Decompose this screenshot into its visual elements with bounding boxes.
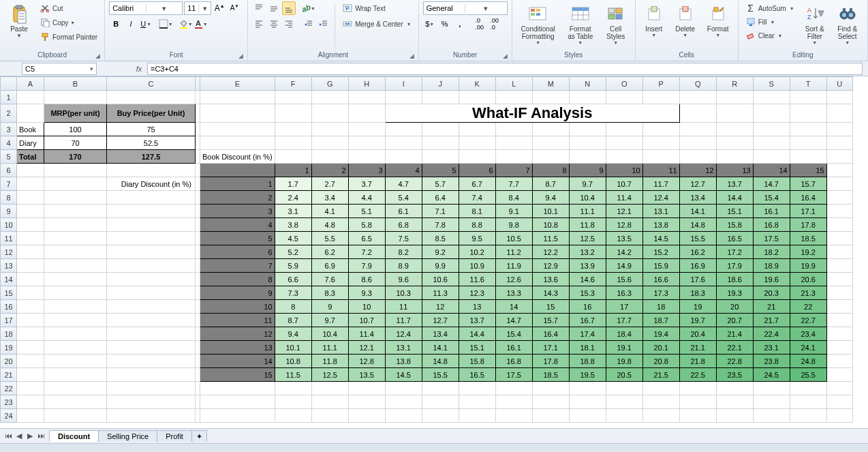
cell-T23[interactable] <box>790 395 826 409</box>
col-header-A[interactable]: A <box>17 77 44 91</box>
cell-7[interactable] <box>196 177 200 191</box>
cell-S10[interactable]: 16.8 <box>753 218 790 232</box>
cell-M7[interactable]: 8.7 <box>532 177 569 191</box>
cell-Q22[interactable] <box>679 382 716 395</box>
cell-R4[interactable] <box>716 136 753 150</box>
sheet-tab-profit[interactable]: Profit <box>157 430 192 442</box>
col-header-C[interactable]: C <box>107 77 196 91</box>
cell-19[interactable] <box>196 341 200 355</box>
cell-R20[interactable]: 22.8 <box>716 355 753 368</box>
cell-E2[interactable] <box>200 104 275 123</box>
cell-M3[interactable] <box>532 123 569 136</box>
cell-S9[interactable]: 16.1 <box>753 205 790 218</box>
insert-button[interactable]: Insert▼ <box>640 1 668 50</box>
cell-L3[interactable] <box>495 123 532 136</box>
cell-J22[interactable] <box>422 382 459 395</box>
cell-P20[interactable]: 20.8 <box>642 355 679 368</box>
select-all-corner[interactable] <box>1 77 17 91</box>
cell-Q12[interactable]: 16.2 <box>679 245 716 259</box>
row-header-16[interactable]: 16 <box>1 300 17 314</box>
cell-U1[interactable] <box>826 91 852 104</box>
cell-Q9[interactable]: 14.1 <box>679 205 716 218</box>
cell-U24[interactable] <box>826 409 852 423</box>
cell-G17[interactable]: 9.7 <box>311 314 348 327</box>
cell-E10[interactable]: 4 <box>200 218 275 232</box>
cell-P14[interactable]: 16.6 <box>642 273 679 286</box>
cell-U8[interactable] <box>826 191 852 205</box>
cell-F1[interactable] <box>275 91 311 104</box>
decrease-indent-button[interactable] <box>302 17 315 31</box>
currency-button[interactable]: $▼ <box>423 17 437 31</box>
cell-K6[interactable]: 6 <box>459 164 495 177</box>
cell-F20[interactable]: 10.8 <box>275 355 311 368</box>
cell-E20[interactable]: 14 <box>200 355 275 368</box>
cell-E18[interactable]: 12 <box>200 327 275 341</box>
cell-H1[interactable] <box>348 91 385 104</box>
row-header-18[interactable]: 18 <box>1 327 17 341</box>
col-header-E[interactable]: E <box>200 77 275 91</box>
cell-L24[interactable] <box>495 409 532 423</box>
cell-P16[interactable]: 18 <box>642 300 679 314</box>
cell-A9[interactable] <box>17 205 44 218</box>
comma-button[interactable]: , <box>453 17 467 31</box>
row-header-15[interactable]: 15 <box>1 286 17 300</box>
cell-B1[interactable] <box>44 91 107 104</box>
cell-F4[interactable] <box>275 136 311 150</box>
cell-O23[interactable] <box>606 395 642 409</box>
cell-L23[interactable] <box>495 395 532 409</box>
cell-O9[interactable]: 12.1 <box>606 205 642 218</box>
cell-C22[interactable] <box>107 382 196 395</box>
cell-M20[interactable]: 17.8 <box>532 355 569 368</box>
cell-L5[interactable] <box>495 150 532 164</box>
cell-U20[interactable] <box>826 355 852 368</box>
cell-R7[interactable]: 13.7 <box>716 177 753 191</box>
cell-F5[interactable] <box>275 150 311 164</box>
cell-P1[interactable] <box>642 91 679 104</box>
cell-A21[interactable] <box>17 368 44 382</box>
dialog-launcher-icon[interactable]: ◢ <box>409 52 414 59</box>
orientation-button[interactable]: ab▼ <box>302 1 315 15</box>
cell-H21[interactable]: 13.5 <box>348 368 385 382</box>
cell-J9[interactable]: 7.1 <box>422 205 459 218</box>
cell-B14[interactable] <box>44 273 107 286</box>
cell-M17[interactable]: 15.7 <box>532 314 569 327</box>
cell-O1[interactable] <box>606 91 642 104</box>
cell-T19[interactable]: 24.1 <box>790 341 826 355</box>
dialog-launcher-icon[interactable]: ◢ <box>503 52 508 59</box>
cell-O3[interactable] <box>606 123 642 136</box>
cell-J11[interactable]: 8.5 <box>422 232 459 245</box>
cell-5[interactable] <box>196 150 200 164</box>
cell-R6[interactable]: 13 <box>716 164 753 177</box>
cell-A22[interactable] <box>17 382 44 395</box>
chevron-down-icon[interactable]: ▾ <box>146 4 183 13</box>
cell-Q3[interactable] <box>679 123 716 136</box>
cell-J20[interactable]: 14.8 <box>422 355 459 368</box>
cell-A6[interactable] <box>17 164 44 177</box>
cell-P23[interactable] <box>642 395 679 409</box>
cell-M16[interactable]: 15 <box>532 300 569 314</box>
chevron-down-icon[interactable]: ▼ <box>407 22 412 27</box>
cell-N10[interactable]: 11.8 <box>569 218 606 232</box>
col-header-L[interactable]: L <box>495 77 532 91</box>
dialog-launcher-icon[interactable]: ◢ <box>95 52 100 59</box>
cell-T10[interactable]: 17.8 <box>790 218 826 232</box>
cell-G22[interactable] <box>311 382 348 395</box>
cell-B12[interactable] <box>44 245 107 259</box>
cell-I18[interactable]: 12.4 <box>385 327 422 341</box>
cell-E16[interactable]: 10 <box>200 300 275 314</box>
cell-J8[interactable]: 6.4 <box>422 191 459 205</box>
col-header-B[interactable]: B <box>44 77 107 91</box>
col-header-R[interactable]: R <box>716 77 753 91</box>
cell-T6[interactable]: 15 <box>790 164 826 177</box>
cell-M14[interactable]: 13.6 <box>532 273 569 286</box>
col-header-J[interactable]: J <box>422 77 459 91</box>
cell-S13[interactable]: 18.9 <box>753 259 790 273</box>
cell-C3[interactable]: 75 <box>107 123 196 136</box>
cell-C24[interactable] <box>107 409 196 423</box>
chevron-down-icon[interactable]: ▼ <box>778 33 783 38</box>
col-header-S[interactable]: S <box>753 77 790 91</box>
cell-Q21[interactable]: 22.5 <box>679 368 716 382</box>
cell-F10[interactable]: 3.8 <box>275 218 311 232</box>
cell-O11[interactable]: 13.5 <box>606 232 642 245</box>
cell-S6[interactable]: 14 <box>753 164 790 177</box>
